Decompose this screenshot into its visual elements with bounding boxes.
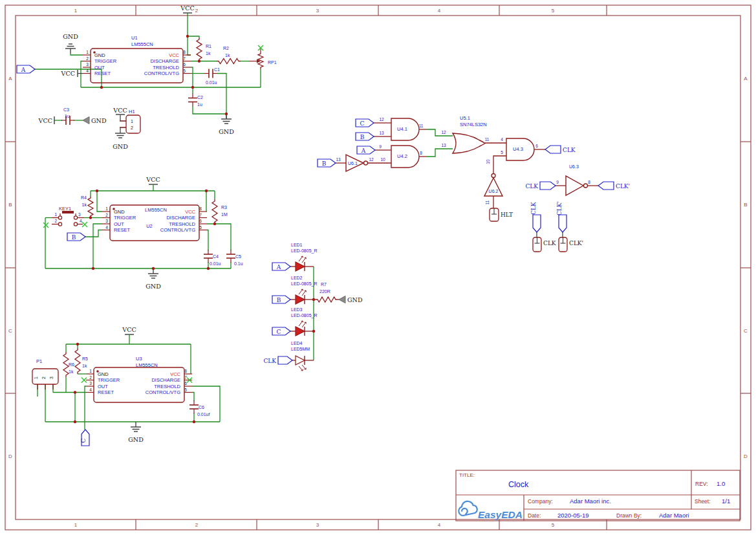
component-C5[interactable]: C50.1u: [226, 250, 243, 266]
wire[interactable]: [188, 36, 199, 38]
junction-dot: [89, 216, 92, 219]
component-header-HLT[interactable]: HLT: [490, 208, 513, 221]
pin-number: 10: [380, 157, 385, 162]
component-U1[interactable]: 18GNDVCC27TRIGGERDISCHARGE36OUTTRESHOLD4…: [83, 35, 191, 83]
net-port-C[interactable]: C: [80, 430, 89, 446]
wire[interactable]: [427, 149, 453, 157]
component-C3[interactable]: C31u: [61, 107, 74, 125]
gnd-label: GND: [91, 117, 107, 124]
net-port-A[interactable]: A: [272, 263, 290, 270]
net-port-B[interactable]: B: [272, 296, 290, 303]
sheet-title[interactable]: Clock: [508, 480, 529, 489]
component-C6[interactable]: C60.01uf: [189, 400, 210, 417]
component-header-CLK[interactable]: CLK: [533, 237, 556, 252]
component-U6.1[interactable]: U6.1: [346, 155, 368, 171]
pin-number: 12: [441, 130, 446, 135]
component-R7[interactable]: R7220R: [316, 282, 338, 302]
wire[interactable]: [85, 230, 102, 237]
component-U6.3[interactable]: U6.3: [566, 164, 588, 195]
refdes: U5.1: [460, 115, 470, 121]
net-port-CLK[interactable]: CLK: [263, 356, 292, 364]
frame-column-label: 1: [74, 522, 78, 528]
wire[interactable]: [193, 106, 226, 114]
wire-stub[interactable]: [493, 156, 506, 173]
wire[interactable]: [81, 61, 83, 88]
date-value[interactable]: 2020-05-19: [557, 512, 589, 519]
wire[interactable]: [191, 67, 193, 87]
component-R4[interactable]: R41k: [81, 195, 93, 218]
flag-wire[interactable]: [120, 127, 126, 133]
drawn-by-value[interactable]: Adar Maori: [659, 512, 689, 519]
wire[interactable]: [427, 129, 453, 136]
net-port-CLK[interactable]: CLK: [525, 182, 556, 190]
company-value[interactable]: Adar Maori inc.: [570, 497, 611, 505]
sheet-frame: 1122334455AABBCCDD: [5, 5, 751, 530]
refdes: U6.1: [348, 161, 358, 166]
component-LED4[interactable]: LED4LED5MM: [291, 341, 310, 371]
pin-number: 2: [89, 375, 92, 380]
component-U3[interactable]: 18GNDVCC27TRIGGERDISCHARGE36OUTTRESHOLD4…: [86, 356, 192, 402]
refdes: R2: [223, 46, 229, 50]
port-label: CLK: [530, 202, 537, 215]
net-port-A[interactable]: A: [357, 146, 375, 154]
net-port-CLK[interactable]: CLK: [545, 146, 576, 153]
wire[interactable]: [192, 393, 194, 402]
component-R3[interactable]: R31M: [212, 199, 228, 224]
pin-name: GND: [114, 209, 125, 215]
value: 220R: [319, 289, 330, 294]
wires[interactable]: [35, 36, 598, 430]
pin-number: 3: [78, 212, 81, 217]
net-port-CLK'[interactable]: CLK': [556, 201, 567, 232]
component-R6[interactable]: R61k: [63, 352, 74, 377]
wire[interactable]: [70, 54, 83, 55]
port-label: A: [21, 67, 26, 73]
junction-dot: [225, 113, 228, 115]
component-U2[interactable]: 18GNDVCC27TRIGGERDISCHARGE36OUTTRESHOLD4…: [102, 205, 207, 241]
component-C4[interactable]: C40.01u: [204, 250, 221, 266]
net-port-B[interactable]: B: [67, 233, 85, 241]
wire[interactable]: [188, 36, 191, 55]
net-port-B[interactable]: B: [318, 159, 336, 167]
wire[interactable]: [217, 74, 226, 115]
component-R2[interactable]: R21k: [217, 46, 241, 64]
component-C2[interactable]: C21u: [188, 94, 203, 107]
net-port-CLK[interactable]: CLK: [530, 202, 541, 232]
net-port-C[interactable]: C: [356, 119, 374, 127]
gnd-flag: GND: [128, 422, 144, 443]
component-U5.1[interactable]: U5.1SN74LS32N: [453, 115, 487, 153]
net-port-C[interactable]: C: [272, 327, 290, 335]
gnd-arrow-icon: [339, 296, 345, 303]
net-port-A[interactable]: A: [17, 65, 35, 73]
wire[interactable]: [97, 191, 102, 212]
frame-column-label: 3: [316, 522, 319, 528]
sheet-value[interactable]: 1/1: [722, 497, 730, 505]
pin-number: 1: [34, 377, 38, 379]
component-header-CLK'[interactable]: CLK': [559, 237, 583, 252]
frame-row-label: A: [8, 76, 12, 82]
rev-value[interactable]: 1.0: [717, 480, 725, 487]
port-label: B: [360, 134, 365, 140]
frame-column-label: 4: [438, 522, 441, 528]
component-U4.2[interactable]: U4.2: [391, 146, 419, 168]
wire[interactable]: [207, 224, 231, 250]
schematic-sheet: 1122334455AABBCCDDTITLE:ClockREV:1.0Comp…: [0, 0, 756, 535]
wire[interactable]: [93, 224, 102, 268]
component-R1[interactable]: R11k: [197, 38, 211, 61]
net-port-B[interactable]: B: [356, 133, 374, 140]
part-name: LED-0805_R: [291, 248, 317, 254]
component-KEY1[interactable]: 1234KEY1: [54, 206, 82, 226]
component-P1[interactable]: 123P1: [32, 358, 58, 389]
component-RP1[interactable]: RP1: [249, 48, 277, 69]
emission-arrow-icon: [302, 322, 306, 327]
component-U4.1[interactable]: U4.1: [391, 118, 419, 140]
component-C1[interactable]: C10.01u: [204, 67, 220, 85]
component-R5[interactable]: R51k: [75, 348, 88, 374]
wire[interactable]: [207, 230, 208, 251]
flag-wire[interactable]: [120, 115, 126, 121]
component-U6.2[interactable]: U6.2: [484, 174, 502, 197]
component-U4.3[interactable]: U4.3: [506, 138, 534, 160]
net-port-CLK'[interactable]: CLK': [598, 182, 630, 190]
part-name: LED-0805_R: [291, 313, 317, 318]
port-label: C: [80, 438, 87, 442]
value: 1k: [69, 369, 74, 374]
